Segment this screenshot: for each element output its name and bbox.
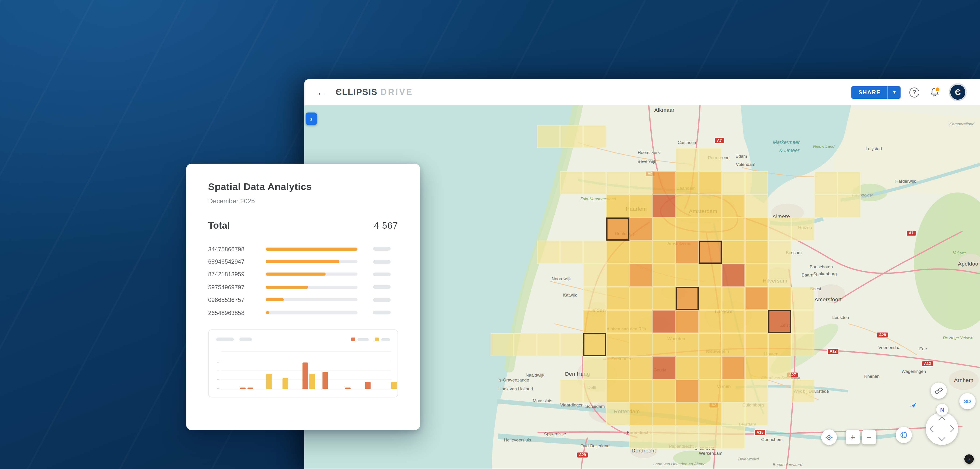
grid-cell[interactable] [676, 287, 699, 310]
grid-cell[interactable] [652, 287, 676, 310]
grid-cell[interactable] [699, 402, 722, 426]
account-avatar[interactable]: Є [950, 84, 966, 100]
grid-cell[interactable] [629, 402, 652, 426]
grid-cell[interactable] [676, 426, 699, 449]
grid-cell[interactable] [791, 218, 815, 240]
grid-cell[interactable] [745, 356, 768, 379]
grid-cell[interactable] [699, 333, 722, 356]
grid-cell[interactable] [537, 333, 560, 356]
grid-cell[interactable] [629, 240, 652, 264]
grid-cell[interactable] [791, 379, 815, 402]
grid-cell[interactable] [491, 333, 514, 356]
back-button[interactable]: ← [313, 84, 329, 100]
grid-cell[interactable] [606, 333, 629, 356]
grid-cell[interactable] [606, 356, 629, 379]
grid-cell[interactable] [629, 379, 652, 402]
grid-cell[interactable] [722, 240, 745, 264]
grid-cell[interactable] [745, 287, 768, 310]
grid-cell[interactable] [560, 125, 583, 148]
grid-cell[interactable] [583, 310, 606, 333]
grid-cell[interactable] [722, 264, 745, 287]
grid-cell[interactable] [722, 402, 745, 426]
grid-cell[interactable] [699, 310, 722, 333]
grid-cell[interactable] [745, 218, 768, 240]
grid-cell[interactable] [606, 194, 629, 218]
grid-cell[interactable] [722, 379, 745, 402]
tilt-view-button[interactable] [906, 399, 920, 413]
grid-cell[interactable] [560, 379, 583, 402]
grid-cell[interactable] [652, 333, 676, 356]
grid-cell[interactable] [676, 194, 699, 218]
grid-cell[interactable] [676, 333, 699, 356]
grid-cell[interactable] [722, 426, 745, 449]
analytics-row[interactable]: 59754969797 [208, 281, 398, 294]
grid-cell[interactable] [606, 379, 629, 402]
grid-cell[interactable] [629, 310, 652, 333]
grid-cell[interactable] [768, 310, 791, 333]
globe-projection-button[interactable] [896, 427, 912, 443]
zoom-out-button[interactable]: − [862, 430, 877, 445]
grid-cell[interactable] [629, 194, 652, 218]
grid-cell[interactable] [768, 264, 791, 287]
grid-cell[interactable] [699, 218, 722, 240]
grid-cell[interactable] [837, 194, 861, 218]
grid-cell[interactable] [606, 218, 629, 240]
grid-cell[interactable] [837, 171, 861, 194]
grid-cell[interactable] [652, 310, 676, 333]
grid-cell[interactable] [652, 426, 676, 449]
grid-cell[interactable] [629, 333, 652, 356]
grid-cell[interactable] [652, 356, 676, 379]
grid-cell[interactable] [583, 264, 606, 287]
grid-cell[interactable] [699, 287, 722, 310]
grid-cell[interactable] [629, 426, 652, 449]
grid-cell[interactable] [676, 240, 699, 264]
grid-cell[interactable] [791, 310, 815, 333]
grid-cell[interactable] [629, 356, 652, 379]
grid-cell[interactable] [745, 240, 768, 264]
grid-cell[interactable] [745, 379, 768, 402]
grid-cell[interactable] [745, 171, 768, 194]
grid-cell[interactable] [606, 240, 629, 264]
help-icon[interactable]: ? [909, 87, 920, 97]
grid-cell[interactable] [560, 171, 583, 194]
grid-cell[interactable] [745, 310, 768, 333]
grid-cell[interactable] [676, 310, 699, 333]
grid-cell[interactable] [606, 171, 629, 194]
analytics-row[interactable]: 87421813959 [208, 268, 398, 281]
grid-cell[interactable] [583, 171, 606, 194]
grid-cell[interactable] [699, 240, 722, 264]
grid-cell[interactable] [629, 218, 652, 240]
grid-cell[interactable] [652, 240, 676, 264]
grid-cell[interactable] [583, 287, 606, 310]
grid-cell[interactable] [768, 356, 791, 379]
grid-cell[interactable] [676, 264, 699, 287]
grid-cell[interactable] [629, 264, 652, 287]
grid-cell[interactable] [583, 379, 606, 402]
grid-cell[interactable] [676, 356, 699, 379]
grid-cell[interactable] [722, 287, 745, 310]
grid-cell[interactable] [699, 194, 722, 218]
grid-cell[interactable] [652, 264, 676, 287]
panel-toggle-button[interactable]: › [305, 113, 317, 125]
grid-cell[interactable] [722, 310, 745, 333]
grid-cell[interactable] [791, 333, 815, 356]
share-button[interactable]: SHARE [852, 86, 888, 99]
grid-cell[interactable] [676, 218, 699, 240]
grid-cell[interactable] [652, 171, 676, 194]
pan-navigation-control[interactable] [926, 413, 958, 445]
zoom-in-button[interactable]: + [846, 430, 860, 445]
compass-north-button[interactable]: N [936, 404, 948, 416]
attribution-info-button[interactable]: i [964, 454, 974, 464]
grid-cell[interactable] [560, 240, 583, 264]
grid-cell[interactable] [606, 402, 629, 426]
notifications-bell-icon[interactable] [928, 86, 941, 99]
grid-cell[interactable] [606, 287, 629, 310]
grid-cell[interactable] [676, 171, 699, 194]
grid-cell[interactable] [745, 264, 768, 287]
grid-cell[interactable] [514, 333, 537, 356]
grid-cell[interactable] [560, 333, 583, 356]
grid-cell[interactable] [629, 287, 652, 310]
grid-cell[interactable] [722, 356, 745, 379]
grid-cell[interactable] [676, 148, 699, 171]
grid-cell[interactable] [606, 264, 629, 287]
